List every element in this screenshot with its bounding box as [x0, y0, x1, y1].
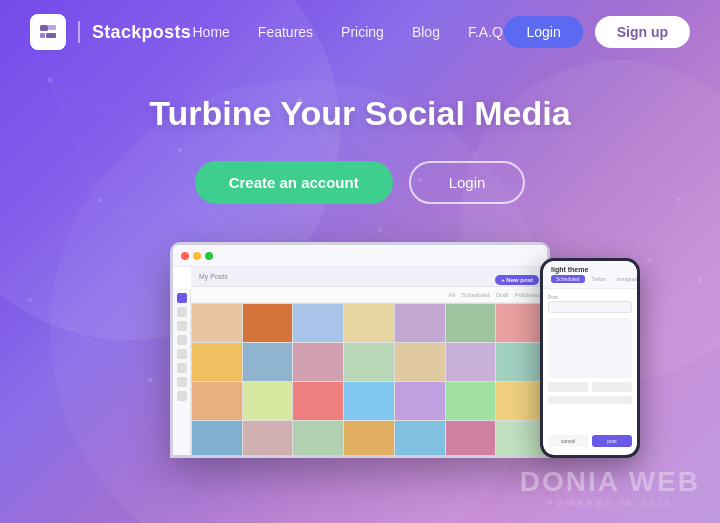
- app-main-content: My Posts + New post All Scheduled Draft …: [173, 267, 547, 455]
- photo-4: [344, 304, 394, 342]
- phone-options: [548, 382, 632, 392]
- hero-title: Turbine Your Social Media: [0, 94, 720, 133]
- nav-features[interactable]: Features: [258, 24, 313, 40]
- sidebar-icon-6: [177, 363, 187, 373]
- logo-area: Stackposts: [30, 14, 191, 50]
- phone-schedule: [548, 396, 632, 404]
- app-toolbar: My Posts + New post: [191, 267, 547, 287]
- nav-buttons: Login Sign up: [504, 16, 690, 48]
- photo-7: [496, 304, 546, 342]
- photo-15: [192, 382, 242, 420]
- phone-mockup: light theme Scheduled Twitter Instagram …: [540, 258, 640, 458]
- phone-footer: cancel post: [548, 435, 632, 447]
- filter-published: Published: [515, 292, 541, 298]
- watermark-sub: POWERED IN 2018: [520, 498, 700, 508]
- phone-body: Post: [543, 289, 637, 412]
- phone-post-field: Post: [548, 294, 632, 313]
- screen-filters: All Scheduled Draft Published: [191, 287, 547, 303]
- sidebar-icon-1: [177, 293, 187, 303]
- photo-24: [293, 421, 343, 455]
- tab-instagram: Instagram: [613, 275, 637, 283]
- photo-23: [243, 421, 293, 455]
- phone-cancel-button[interactable]: cancel: [548, 435, 588, 447]
- app-sidebar: [173, 289, 191, 455]
- phone-screen: light theme Scheduled Twitter Instagram …: [543, 261, 637, 455]
- screen-content: My Posts + New post All Scheduled Draft …: [173, 267, 547, 455]
- tab-twitter: Twitter: [589, 275, 610, 283]
- watermark-text: DONIA WEB: [520, 466, 700, 498]
- phone-header: light theme Scheduled Twitter Instagram …: [543, 261, 637, 289]
- photo-12: [395, 343, 445, 381]
- phone-tabs: Scheduled Twitter Instagram linkedin: [551, 275, 629, 283]
- logo-icon: [30, 14, 66, 50]
- sidebar-icon-3: [177, 321, 187, 331]
- hero-login-button[interactable]: Login: [409, 161, 526, 204]
- phone-theme-label: light theme: [551, 266, 629, 273]
- photo-6: [446, 304, 496, 342]
- photo-27: [446, 421, 496, 455]
- nav-login-button[interactable]: Login: [504, 16, 582, 48]
- new-post-button: + New post: [495, 275, 539, 285]
- dot-red: [181, 252, 189, 260]
- photo-10: [293, 343, 343, 381]
- nav-signup-button[interactable]: Sign up: [595, 16, 690, 48]
- nav-faq[interactable]: F.A.Q: [468, 24, 503, 40]
- hero-buttons: Create an account Login: [0, 161, 720, 204]
- toolbar-title: My Posts: [199, 273, 228, 280]
- phone-field-label: Post: [548, 294, 632, 300]
- photo-28: [496, 421, 546, 455]
- phone-content-area: [548, 318, 632, 378]
- laptop-screen: My Posts + New post All Scheduled Draft …: [173, 245, 547, 455]
- photo-25: [344, 421, 394, 455]
- svg-rect-34: [40, 33, 45, 38]
- photo-17: [293, 382, 343, 420]
- sidebar-icon-7: [177, 377, 187, 387]
- dot-green: [205, 252, 213, 260]
- devices-area: My Posts + New post All Scheduled Draft …: [0, 242, 720, 458]
- navbar: Stackposts Home Features Pricing Blog F.…: [0, 0, 720, 64]
- toolbar-left: My Posts: [199, 273, 228, 280]
- nav-blog[interactable]: Blog: [412, 24, 440, 40]
- screen-topbar: [173, 245, 547, 267]
- photo-grid: [191, 303, 547, 455]
- photo-14: [496, 343, 546, 381]
- toolbar-right: + New post: [495, 268, 539, 286]
- hero-section: Stackposts Home Features Pricing Blog F.…: [0, 0, 720, 523]
- photo-5: [395, 304, 445, 342]
- photo-9: [243, 343, 293, 381]
- sidebar-icon-5: [177, 349, 187, 359]
- dot-yellow: [193, 252, 201, 260]
- photo-1: [192, 304, 242, 342]
- photo-26: [395, 421, 445, 455]
- create-account-button[interactable]: Create an account: [195, 161, 393, 204]
- photo-2: [243, 304, 293, 342]
- svg-point-25: [378, 228, 382, 232]
- photo-13: [446, 343, 496, 381]
- photo-16: [243, 382, 293, 420]
- photo-22: [192, 421, 242, 455]
- hero-content: Turbine Your Social Media Create an acco…: [0, 64, 720, 204]
- svg-rect-36: [46, 33, 56, 38]
- nav-pricing[interactable]: Pricing: [341, 24, 384, 40]
- watermark: DONIA WEB POWERED IN 2018: [520, 466, 700, 508]
- sidebar-icon-8: [177, 391, 187, 401]
- sidebar-icon-2: [177, 307, 187, 317]
- phone-field-box: [548, 301, 632, 313]
- photo-21: [496, 382, 546, 420]
- photo-11: [344, 343, 394, 381]
- photo-20: [446, 382, 496, 420]
- filter-scheduled: Scheduled: [461, 292, 489, 298]
- brand-name: Stackposts: [92, 22, 191, 43]
- svg-rect-35: [48, 25, 56, 30]
- tab-scheduled: Scheduled: [551, 275, 585, 283]
- nav-links: Home Features Pricing Blog F.A.Q: [193, 24, 503, 40]
- nav-home[interactable]: Home: [193, 24, 230, 40]
- photo-8: [192, 343, 242, 381]
- sidebar-icon-4: [177, 335, 187, 345]
- photo-18: [344, 382, 394, 420]
- filter-all: All: [449, 292, 456, 298]
- phone-post-button[interactable]: post: [592, 435, 632, 447]
- photo-3: [293, 304, 343, 342]
- filter-draft: Draft: [496, 292, 509, 298]
- photo-19: [395, 382, 445, 420]
